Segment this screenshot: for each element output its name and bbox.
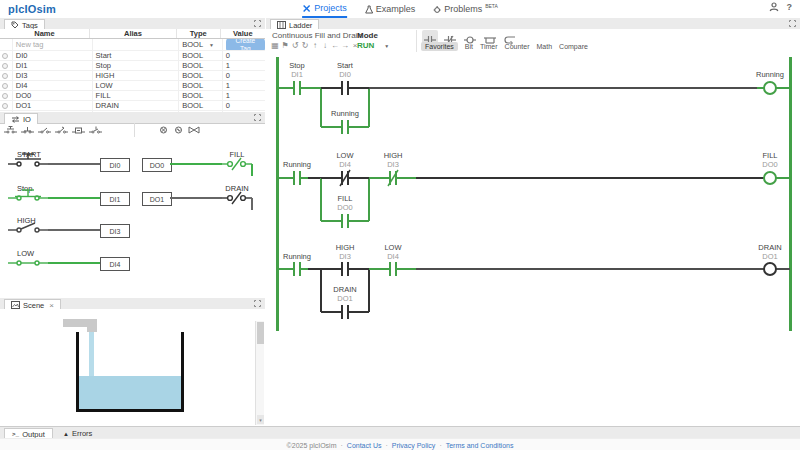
scene-view: ▾ <box>0 309 265 426</box>
contact-running-branch-1[interactable] <box>334 120 356 134</box>
user-icon[interactable] <box>769 2 779 12</box>
tag-type: BOOL <box>178 81 221 90</box>
terms-link[interactable]: Terms and Conditions <box>446 442 514 449</box>
column-type[interactable]: Type <box>176 29 220 38</box>
contact-label-running-branch: Running <box>315 109 375 118</box>
new-tag-type-select[interactable]: BOOL ▼ <box>178 39 221 50</box>
category-math[interactable]: Math <box>537 43 553 50</box>
tag-value[interactable]: 1 <box>222 91 265 100</box>
contact-high-no[interactable] <box>334 262 356 276</box>
table-row[interactable]: DI3 HIGH BOOL 0 <box>0 71 265 81</box>
expand-icon[interactable] <box>254 300 261 307</box>
nav-projects-label: Projects <box>314 3 347 13</box>
input-address-box: DI4 <box>100 257 130 271</box>
instruction-categories: Favorites Bit Timer Counter Math Compare <box>421 42 588 51</box>
tag-value[interactable]: 1 <box>222 61 265 70</box>
new-tag-type-value: BOOL <box>182 40 203 49</box>
table-row[interactable]: DI0 Start BOOL 0 <box>0 51 265 61</box>
new-tag-alias[interactable] <box>92 39 179 50</box>
column-alias[interactable]: Alias <box>89 29 176 38</box>
main-nav: Projects Examples Problems BETA <box>302 0 498 18</box>
redo-icon[interactable]: ↻ <box>301 41 309 51</box>
tag-icon <box>11 21 19 29</box>
table-row[interactable]: DI1 Stop BOOL 1 <box>0 61 265 71</box>
contact-drain-branch[interactable] <box>334 305 356 319</box>
expand-icon[interactable] <box>254 114 261 121</box>
mode-select[interactable]: RUN ▼ <box>357 41 389 50</box>
move-up-icon[interactable]: ↑ <box>311 41 319 51</box>
contact-us-link[interactable]: Contact Us <box>347 442 382 449</box>
mode-label: Mode <box>357 31 378 40</box>
flag-icon[interactable]: ⚑ <box>281 41 289 51</box>
input-address-box: DI0 <box>100 158 130 172</box>
contact-label-drain-branch: DRAIN DO1 <box>315 285 375 303</box>
help-icon[interactable]: ? <box>787 2 793 12</box>
tag-value[interactable]: 0 <box>222 71 265 80</box>
move-right-icon[interactable]: → <box>341 41 349 51</box>
table-row[interactable]: DO1 DRAIN BOOL 0 <box>0 101 265 111</box>
contact-low-no[interactable] <box>382 262 404 276</box>
tag-row-icon <box>0 51 12 60</box>
contact-high-nc[interactable] <box>382 170 404 186</box>
create-tag-button[interactable]: Create Tag <box>226 39 265 50</box>
tag-value[interactable]: 0 <box>222 101 265 110</box>
category-compare[interactable]: Compare <box>559 43 588 50</box>
privacy-policy-link[interactable]: Privacy Policy <box>392 442 436 449</box>
switch-high[interactable] <box>8 218 48 236</box>
tank-wall-left <box>76 332 79 411</box>
category-bit[interactable]: Bit <box>465 43 473 50</box>
footer: ©2025 plcIOsim · Contact Us · Privacy Po… <box>0 438 800 450</box>
table-row[interactable]: DI4 LOW BOOL 1 <box>0 81 265 91</box>
category-counter[interactable]: Counter <box>505 43 530 50</box>
grid-icon[interactable]: ▦ <box>271 41 279 51</box>
column-name[interactable]: Name <box>0 29 89 38</box>
tag-type: BOOL <box>178 71 221 80</box>
contact-low-nc[interactable] <box>334 170 356 186</box>
scrollbar-thumb[interactable] <box>257 322 264 344</box>
coil-running[interactable] <box>764 82 776 94</box>
tag-row-icon <box>0 101 12 110</box>
contact-fill-branch[interactable] <box>334 214 356 228</box>
expand-icon[interactable] <box>254 20 261 27</box>
pushbutton-start[interactable] <box>8 152 48 170</box>
new-tag-input[interactable]: New tag <box>12 39 92 50</box>
ladder-canvas[interactable]: Stop DI1 Start DI0 Running Running Runni… <box>266 53 800 426</box>
output-address: DO0 <box>150 162 164 169</box>
tag-name: DI4 <box>12 81 92 90</box>
tag-name: DO0 <box>12 91 92 100</box>
scrollbar-arrow-icon[interactable]: ▾ <box>257 415 264 424</box>
coil-fill[interactable] <box>764 172 776 184</box>
undo-icon[interactable]: ↺ <box>291 41 299 51</box>
copyright: ©2025 plcIOsim <box>287 442 337 449</box>
tag-alias: Stop <box>92 61 179 70</box>
io-wire <box>251 198 253 210</box>
io-wire <box>251 164 253 176</box>
io-wire <box>48 262 100 264</box>
contact-running-3[interactable] <box>286 262 308 276</box>
contact-running-2[interactable] <box>286 171 308 185</box>
nav-projects[interactable]: Projects <box>302 0 347 18</box>
tag-type: BOOL <box>178 61 221 70</box>
new-tag-spacer <box>0 39 12 50</box>
contact-start[interactable] <box>334 81 356 95</box>
category-favorites[interactable]: Favorites <box>421 42 458 51</box>
pushbutton-stop[interactable] <box>8 186 48 204</box>
water-stream <box>89 332 94 378</box>
nav-problems[interactable]: Problems BETA <box>433 1 498 17</box>
switch-low[interactable] <box>8 251 48 269</box>
move-down-icon[interactable]: ↓ <box>321 41 329 51</box>
column-value[interactable]: Value <box>220 29 265 38</box>
tag-value[interactable]: 1 <box>222 81 265 90</box>
expand-icon[interactable] <box>789 20 796 27</box>
tag-name: DO1 <box>12 101 92 110</box>
tag-value[interactable]: 0 <box>222 51 265 60</box>
category-timer[interactable]: Timer <box>480 43 498 50</box>
coil-drain[interactable] <box>764 263 776 275</box>
move-left-icon[interactable]: ← <box>331 41 339 51</box>
image-icon <box>11 301 20 309</box>
delete-icon[interactable]: × <box>351 41 359 51</box>
table-row[interactable]: DO0 FILL BOOL 1 <box>0 91 265 101</box>
io-toolbar <box>0 123 265 138</box>
contact-stop[interactable] <box>286 81 308 95</box>
nav-examples[interactable]: Examples <box>365 1 416 17</box>
